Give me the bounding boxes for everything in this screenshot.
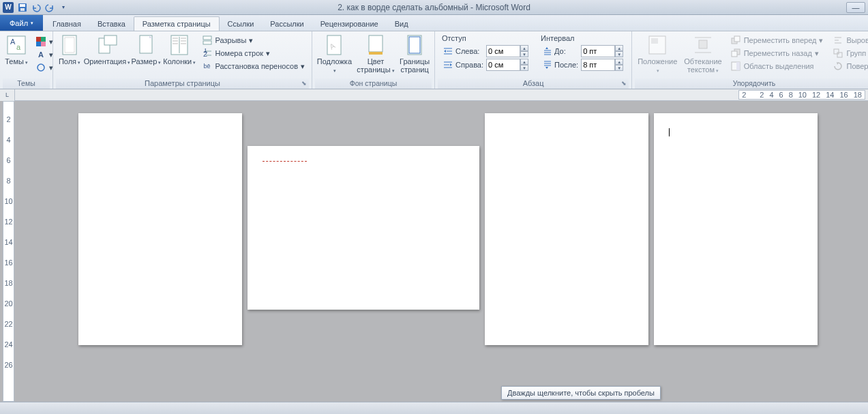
page-3[interactable] (485, 113, 648, 345)
svg-rect-50 (699, 40, 707, 48)
effects-icon (35, 62, 46, 73)
line-numbers-button[interactable]: 12Номера строк ▾ (199, 47, 308, 59)
breaks-button[interactable]: Разрывы ▾ (199, 34, 308, 46)
ruler-tick: 22 (4, 320, 12, 328)
squiggly-underline (263, 161, 307, 162)
page-color-label2: страницы (357, 65, 390, 74)
chevron-down-icon: ▾ (819, 36, 823, 45)
page-2[interactable] (248, 146, 479, 310)
dialog-launcher-icon[interactable]: ⬊ (301, 80, 308, 87)
ruler-tick: 26 (4, 361, 12, 369)
page-color-button[interactable]: Цветстраницы▾ (355, 33, 396, 76)
spin-up-icon[interactable]: ▲ (520, 45, 528, 51)
themes-button[interactable]: Aa Темы▾ (3, 33, 30, 68)
indent-left-label: Слева: (455, 47, 483, 55)
tab-home[interactable]: Главная (44, 17, 89, 31)
spin-up-icon[interactable]: ▲ (615, 45, 623, 51)
spin-down-icon[interactable]: ▼ (520, 51, 528, 57)
dialog-launcher-icon[interactable]: ⬊ (620, 80, 627, 87)
tab-view[interactable]: Вид (387, 17, 417, 31)
ribbon: Aa Темы▾ ▾ A▾ ▾ Темы Поля▾ Ориентация▾ (0, 31, 868, 89)
save-icon[interactable] (16, 1, 29, 14)
spin-down-icon[interactable]: ▼ (615, 51, 623, 57)
bring-forward-label: Переместить вперед (744, 36, 817, 44)
page-borders-button[interactable]: Границыстраниц (398, 33, 432, 75)
svg-rect-54 (734, 36, 740, 42)
spacing-before-icon (542, 46, 552, 56)
spacing-after-spinner[interactable]: ▲▼ (581, 59, 623, 71)
columns-button[interactable]: Колонки▾ (163, 33, 196, 68)
send-backward-button[interactable]: Переместить назад ▾ (728, 47, 826, 59)
chevron-down-icon: ▾ (392, 68, 395, 73)
svg-text:a: a (16, 43, 21, 51)
spin-up-icon[interactable]: ▲ (615, 59, 623, 65)
quick-access-toolbar: ▾ (16, 1, 70, 14)
ruler-tick: 16 (4, 258, 12, 267)
margins-button[interactable]: Поля▾ (56, 33, 83, 68)
group-button[interactable]: Групп (830, 47, 868, 59)
indent-left-spinner[interactable]: ▲▼ (486, 45, 528, 57)
ruler-tick: 16 (840, 91, 848, 99)
chevron-down-icon: ▾ (25, 60, 28, 65)
orientation-button[interactable]: Ориентация▾ (85, 33, 130, 68)
page-1[interactable] (78, 113, 242, 345)
document-area[interactable]: 2 4 6 8 10 12 14 16 18 20 22 24 26 Дважд… (0, 101, 868, 402)
theme-fonts-button[interactable]: A▾ (33, 48, 56, 61)
columns-label: Колонки (163, 57, 192, 65)
indent-right-input[interactable] (486, 59, 520, 71)
tab-mailings[interactable]: Рассылки (262, 17, 312, 31)
spin-down-icon[interactable]: ▼ (520, 65, 528, 71)
spacing-after-input[interactable] (581, 59, 615, 71)
chevron-down-icon: ▾ (158, 60, 161, 65)
hyphenation-button[interactable]: bēРасстановка переносов ▾ (199, 60, 308, 72)
spacing-before-input[interactable] (581, 45, 615, 57)
ruler-tick: 4 (6, 136, 10, 144)
tab-review[interactable]: Рецензирование (312, 17, 387, 31)
size-label: Размер (132, 57, 158, 65)
indent-section: Отступ Слева: ▲▼ Справа: ▲▼ (442, 34, 530, 72)
send-backward-icon (730, 48, 741, 59)
spacing-before-spinner[interactable]: ▲▼ (581, 45, 623, 57)
svg-rect-33 (369, 52, 383, 55)
tab-insert[interactable]: Вставка (89, 17, 134, 31)
indent-right-spinner[interactable]: ▲▼ (486, 59, 528, 71)
svg-point-10 (38, 64, 44, 71)
watermark-button[interactable]: A Подложка▾ (315, 33, 354, 76)
ruler-tick: 14 (826, 91, 834, 99)
theme-colors-button[interactable]: ▾ (33, 35, 56, 48)
redo-icon[interactable] (44, 1, 56, 14)
chevron-down-icon: ▾ (301, 62, 305, 71)
word-app-icon[interactable]: W (3, 2, 14, 13)
ruler-tick: 2 (760, 91, 764, 99)
undo-icon[interactable] (30, 1, 42, 14)
tab-references[interactable]: Ссылки (220, 17, 263, 31)
themes-label: Темы (5, 57, 24, 65)
whitespace-tooltip: Дважды щелкните, чтобы скрыть пробелы (501, 386, 661, 400)
status-bar[interactable] (0, 402, 868, 414)
position-button[interactable]: Положение▾ (635, 33, 680, 76)
align-button[interactable]: Выров (830, 34, 868, 46)
tab-selector[interactable]: L (0, 89, 15, 101)
rotate-button[interactable]: Повер (830, 60, 868, 72)
ruler-tick: 18 (854, 91, 862, 99)
qat-dropdown-icon[interactable]: ▾ (57, 1, 70, 14)
spin-down-icon[interactable]: ▼ (615, 65, 623, 71)
theme-effects-button[interactable]: ▾ (33, 61, 56, 74)
tab-file[interactable]: Файл▾ (0, 15, 43, 31)
page-4[interactable] (654, 113, 818, 345)
page-borders-label: Границы (400, 57, 430, 65)
indent-left-input[interactable] (486, 45, 520, 57)
watermark-icon: A (323, 34, 345, 56)
size-button[interactable]: Размер▾ (131, 33, 162, 68)
horizontal-ruler[interactable]: L 2 2 4 6 8 10 12 14 16 18 (0, 89, 868, 101)
page-color-icon (365, 34, 387, 56)
bring-forward-button[interactable]: Переместить вперед ▾ (728, 34, 826, 46)
selection-pane-button[interactable]: Область выделения (728, 60, 826, 72)
watermark-label: Подложка (317, 57, 352, 65)
wrap-text-button[interactable]: Обтеканиетекстом▾ (681, 33, 724, 76)
tab-page-layout[interactable]: Разметка страницы (134, 16, 220, 31)
chevron-down-icon: ▾ (78, 60, 80, 65)
vertical-ruler[interactable]: 2 4 6 8 10 12 14 16 18 20 22 24 26 (3, 101, 14, 402)
minimize-button[interactable]: — (846, 2, 865, 13)
spin-up-icon[interactable]: ▲ (520, 59, 528, 65)
